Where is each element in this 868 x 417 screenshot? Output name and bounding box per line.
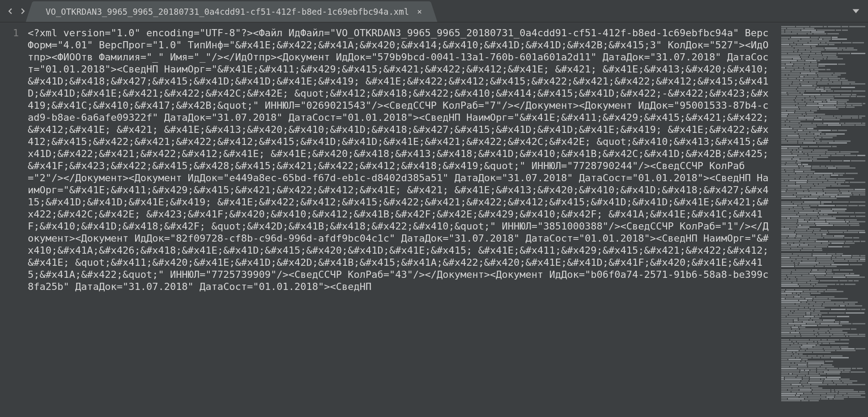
next-tab-button[interactable]: [18, 6, 28, 16]
tab-bar-spacer: [430, 0, 844, 22]
line-gutter: 1: [0, 22, 26, 417]
tab-list-dropdown[interactable]: [844, 0, 868, 22]
minimap[interactable]: [779, 22, 868, 417]
line-number: 1: [0, 27, 19, 39]
code-area[interactable]: <?xml version="1.0" encoding="UTF-8"?><Ф…: [26, 22, 779, 417]
tab-bar: VO_OTKRDAN3_9965_9965_20180731_0a4cdd91-…: [0, 0, 868, 22]
close-icon[interactable]: ×: [417, 8, 422, 16]
tab-filename: VO_OTKRDAN3_9965_9965_20180731_0a4cdd91-…: [46, 7, 409, 17]
code-text: <?xml version="1.0" encoding="UTF-8"?><Ф…: [28, 27, 773, 293]
editor: 1 <?xml version="1.0" encoding="UTF-8"?>…: [0, 22, 868, 417]
prev-tab-button[interactable]: [5, 6, 15, 16]
editor-tab[interactable]: VO_OTKRDAN3_9965_9965_20180731_0a4cdd91-…: [33, 1, 430, 22]
